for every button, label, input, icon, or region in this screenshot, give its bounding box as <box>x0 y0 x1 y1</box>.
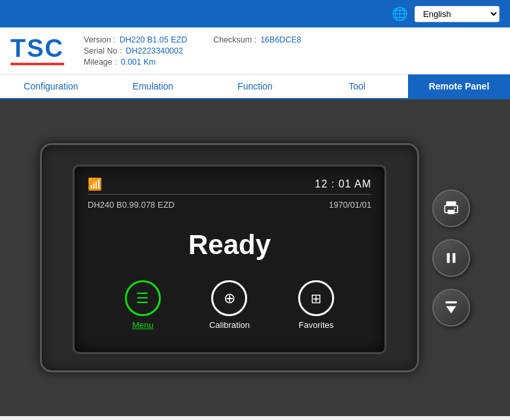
lcd-divider <box>88 194 371 195</box>
favorites-label: Favorites <box>299 320 333 330</box>
menu-icon-circle: ☰ <box>125 280 161 316</box>
lcd-status: Ready <box>88 229 371 261</box>
svg-rect-2 <box>448 210 455 214</box>
svg-marker-7 <box>446 306 456 313</box>
lcd-favorites-button[interactable]: ⊞ Favorites <box>298 280 334 330</box>
tab-emulation[interactable]: Emulation <box>102 74 204 98</box>
lcd-icons-row: ☰ Menu ⊕ Calibration ⊞ Favorites <box>88 280 371 330</box>
pause-button[interactable] <box>432 239 470 277</box>
print-icon <box>443 200 460 217</box>
calibration-icon-circle: ⊕ <box>211 280 247 316</box>
tsc-logo: TSC <box>10 36 64 65</box>
nav-tabs: Configuration Emulation Function Tool Re… <box>0 74 510 99</box>
tab-remote-panel[interactable]: Remote Panel <box>408 74 510 98</box>
serial-value: DH2223340002 <box>126 46 183 56</box>
lcd-top-row: 📶 12 : 01 AM <box>88 177 371 191</box>
main-panel: 📶 12 : 01 AM DH240 B0.99.078 EZD 1970/01… <box>0 99 510 416</box>
feed-icon <box>443 299 460 316</box>
crosshair-icon: ⊕ <box>224 290 235 307</box>
favorites-icon-circle: ⊞ <box>298 280 334 316</box>
lcd-menu-button[interactable]: ☰ Menu <box>125 280 161 330</box>
lcd-time: 12 : 01 AM <box>315 178 372 190</box>
menu-lines-icon: ☰ <box>136 290 149 307</box>
svg-point-3 <box>454 207 456 209</box>
globe-icon: 🌐 <box>392 6 408 22</box>
checksum-label: Checksum : <box>213 35 256 44</box>
serial-label: Serial No : <box>84 46 122 56</box>
checksum-row: Checksum : 16B6DCE8 <box>213 35 301 44</box>
svg-rect-0 <box>446 201 456 206</box>
info-left: Version : DH220 B1.05 EZD Serial No : DH… <box>84 35 187 67</box>
checksum-value: 16B6DCE8 <box>260 35 301 44</box>
grid-icon: ⊞ <box>311 291 322 306</box>
lcd-second-row: DH240 B0.99.078 EZD 1970/01/01 <box>88 200 371 210</box>
menu-label: Menu <box>132 320 154 330</box>
mileage-row: Mileage : 0.001 Km <box>84 57 187 67</box>
version-label: Version : <box>84 35 116 44</box>
tab-function[interactable]: Function <box>204 74 306 98</box>
pause-icon <box>443 250 460 267</box>
lcd-calibration-button[interactable]: ⊕ Calibration <box>209 280 250 330</box>
wifi-icon: 📶 <box>88 177 102 191</box>
top-bar: 🌐 English Chinese Japanese Korean <box>0 0 510 27</box>
version-row: Version : DH220 B1.05 EZD <box>84 35 187 44</box>
serial-row: Serial No : DH2223340002 <box>84 46 187 56</box>
svg-rect-4 <box>447 253 450 263</box>
tab-configuration[interactable]: Configuration <box>0 74 102 98</box>
lcd-firmware: DH240 B0.99.078 EZD <box>88 200 175 210</box>
language-select[interactable]: English Chinese Japanese Korean <box>415 6 500 22</box>
logo-underline <box>10 63 64 65</box>
side-buttons <box>432 189 470 327</box>
svg-rect-5 <box>452 253 455 263</box>
version-value: DH220 B1.05 EZD <box>120 35 188 44</box>
tab-tool[interactable]: Tool <box>306 74 408 98</box>
calibration-label: Calibration <box>209 320 250 330</box>
logo-text: TSC <box>10 36 64 61</box>
device-frame: 📶 12 : 01 AM DH240 B0.99.078 EZD 1970/01… <box>40 143 419 372</box>
lcd-screen: 📶 12 : 01 AM DH240 B0.99.078 EZD 1970/01… <box>73 165 386 354</box>
header: TSC Version : DH220 B1.05 EZD Serial No … <box>0 27 510 74</box>
lcd-date: 1970/01/01 <box>329 200 371 210</box>
info-right: Checksum : 16B6DCE8 <box>213 35 301 67</box>
svg-rect-6 <box>445 301 456 303</box>
header-info: Version : DH220 B1.05 EZD Serial No : DH… <box>84 35 301 67</box>
mileage-value: 0.001 Km <box>121 57 156 67</box>
feed-button[interactable] <box>432 289 470 327</box>
print-button[interactable] <box>432 189 470 227</box>
mileage-label: Mileage : <box>84 57 117 67</box>
